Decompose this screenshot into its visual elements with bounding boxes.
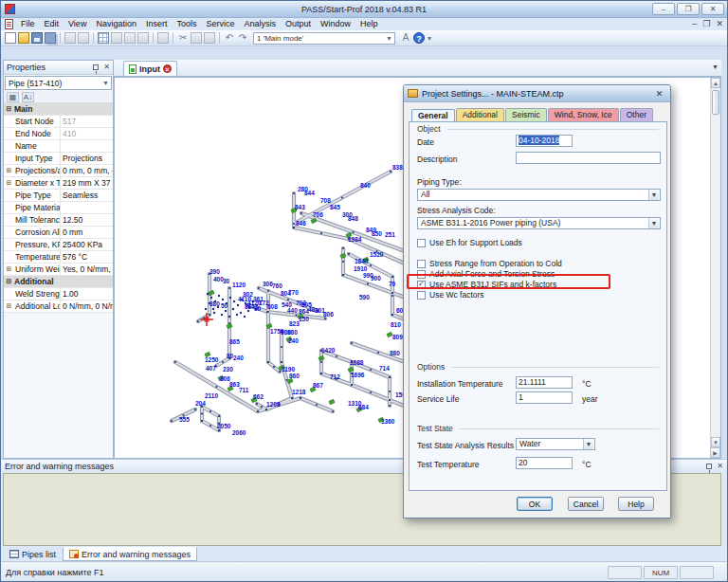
mdi-close-button[interactable]: ✕ <box>716 18 723 30</box>
date-input[interactable]: 04-10-2018 <box>516 135 573 147</box>
svg-text:1218: 1218 <box>292 389 306 395</box>
scroll-up-icon[interactable]: ▲ <box>711 78 720 88</box>
menu-view[interactable]: View <box>64 18 91 30</box>
cancel-button[interactable]: Cancel <box>568 497 604 511</box>
mdi-restore-button[interactable]: ❐ <box>702 18 710 30</box>
paste-icon[interactable] <box>204 32 215 44</box>
dialog-close-icon[interactable]: ✕ <box>652 87 666 100</box>
piping-type-combo[interactable]: All▼ <box>417 189 661 201</box>
categorized-view-button[interactable]: ▦ <box>7 92 19 102</box>
property-row[interactable]: ⊞Diameter x Th219 mm X 37 mm <box>4 177 113 190</box>
svg-text:846: 846 <box>296 220 306 227</box>
help-button[interactable]: Help <box>618 497 654 511</box>
property-row[interactable]: Corrosion All0 mm <box>4 227 113 239</box>
close-button[interactable]: ✕ <box>701 3 724 15</box>
svg-text:230: 230 <box>223 366 233 373</box>
close-panel-icon[interactable]: ✕ <box>717 463 723 470</box>
dialog-tab-seismic[interactable]: Seismic <box>505 108 547 121</box>
props-icon[interactable] <box>157 32 169 44</box>
property-row[interactable]: Pipe Material <box>4 202 113 214</box>
preview-icon[interactable] <box>78 32 89 44</box>
property-category[interactable]: ⊟Main <box>4 103 113 116</box>
property-row[interactable]: Input TypeProjections <box>4 153 113 165</box>
table-icon[interactable] <box>98 32 109 44</box>
sort-az-button[interactable]: A↓ <box>22 92 34 102</box>
cut-icon[interactable]: ✂ <box>177 32 189 44</box>
menu-window[interactable]: Window <box>316 18 355 30</box>
node-icon[interactable] <box>111 32 122 44</box>
help-icon[interactable]: ? <box>413 32 425 44</box>
redo-icon[interactable]: ↷ <box>237 32 248 44</box>
dialog-tab-other[interactable]: Other <box>620 108 653 121</box>
scroll-down-icon[interactable]: ▼ <box>711 437 720 447</box>
save-all-icon[interactable] <box>45 32 56 44</box>
property-row[interactable]: Temperature,576 °C <box>4 251 113 264</box>
mode-combo[interactable]: 1 'Main mode' ▼ <box>253 32 395 45</box>
svg-text:706: 706 <box>313 211 323 218</box>
checkbox-use-eh[interactable]: Use Eh for Support Loads <box>417 238 522 247</box>
property-row[interactable]: ⊞Uniform WeigYes, 0 N/mm, 0.3 <box>4 264 113 276</box>
open-icon[interactable] <box>18 32 29 44</box>
property-row[interactable]: Start Node517 <box>4 116 113 128</box>
install-temp-input[interactable]: 21.1111 <box>516 376 573 389</box>
tab-list-icon[interactable]: ▼ <box>712 64 719 70</box>
menu-service[interactable]: Service <box>201 18 239 30</box>
tab-input[interactable]: Input ✕ <box>123 61 177 76</box>
resize-grip[interactable] <box>716 566 727 579</box>
close-panel-icon[interactable]: ✕ <box>103 64 110 71</box>
toolbar-overflow-icon[interactable]: ▾ <box>428 34 431 43</box>
property-row[interactable]: Weld Strengtl1.00 <box>4 288 113 300</box>
menu-navigation[interactable]: Navigation <box>91 18 141 30</box>
menu-help[interactable]: Help <box>355 18 383 30</box>
scrollbar-thumb[interactable] <box>712 90 719 115</box>
minimize-button[interactable]: – <box>652 3 675 15</box>
menu-insert[interactable]: Insert <box>141 18 173 30</box>
pin-icon[interactable] <box>93 64 99 70</box>
property-row[interactable]: Name <box>4 140 113 153</box>
general-tab-page: Object Date 04-10-2018 Description Pipin… <box>409 121 667 491</box>
test-results-combo[interactable]: Water▼ <box>516 438 595 450</box>
svg-text:1840: 1840 <box>355 258 369 264</box>
tab-error-messages[interactable]: Error and warning messages <box>63 547 197 561</box>
description-input[interactable] <box>516 152 661 164</box>
svg-text:1984: 1984 <box>348 236 362 243</box>
property-row[interactable]: Pipe TypeSeamless <box>4 190 113 202</box>
font-button[interactable]: A <box>400 32 411 44</box>
object-selector-combo[interactable]: Pipe (517-410) ▼ <box>5 76 112 90</box>
menu-tools[interactable]: Tools <box>172 18 201 30</box>
dialog-title-bar[interactable]: Project Settings... - MAIN-STEAM.ctp ✕ <box>404 85 670 102</box>
tab-close-icon[interactable]: ✕ <box>163 64 172 73</box>
property-category[interactable]: ⊟Additional <box>4 276 113 288</box>
property-row[interactable]: Pressure, KPa25400 KPa <box>4 239 113 251</box>
support-icon[interactable] <box>137 32 149 44</box>
save-icon[interactable] <box>31 32 43 44</box>
checkbox-wc-factors[interactable]: Use Wc factors <box>417 290 484 300</box>
undo-icon[interactable]: ↶ <box>224 32 235 44</box>
mdi-minimize-button[interactable]: – <box>692 18 697 30</box>
test-temp-input[interactable]: 20 <box>516 457 573 469</box>
new-icon[interactable] <box>5 32 16 44</box>
property-row[interactable]: Mill Toleranc12.50 <box>4 214 113 227</box>
property-row[interactable]: ⊞Additional Lo0 N/mm, 0 N/mi <box>4 300 113 313</box>
menu-file[interactable]: File <box>16 18 40 30</box>
property-row[interactable]: ⊞Projections/a0 mm, 0 mm, -86 <box>4 165 113 177</box>
scroll-right-icon[interactable]: ▶ <box>710 447 720 458</box>
vertical-scrollbar[interactable]: ▲ ▼ <box>710 78 720 447</box>
property-row[interactable]: End Node410 <box>4 128 113 140</box>
pin-icon[interactable] <box>706 464 712 469</box>
service-life-input[interactable]: 1 <box>516 391 573 404</box>
menu-output[interactable]: Output <box>281 18 316 30</box>
print-icon[interactable] <box>64 32 76 44</box>
stress-code-combo[interactable]: ASME B31.1-2016 Power piping (USA)▼ <box>417 217 661 229</box>
dialog-tab-wind-snow-ice[interactable]: Wind, Snow, Ice <box>548 108 619 121</box>
pipe-icon[interactable] <box>124 32 136 44</box>
svg-text:1250: 1250 <box>205 356 219 363</box>
maximize-button[interactable]: ❐ <box>677 3 700 15</box>
dialog-tab-additional[interactable]: Additional <box>456 108 504 121</box>
copy-icon[interactable] <box>191 32 202 44</box>
checkbox-stress-range[interactable]: Stress Range from Operation to Cold <box>417 259 562 268</box>
ok-button[interactable]: OK <box>517 497 553 511</box>
menu-analysis[interactable]: Analysis <box>239 18 281 30</box>
menu-edit[interactable]: Edit <box>40 18 64 30</box>
tab-pipes-list[interactable]: Pipes list <box>3 547 63 561</box>
